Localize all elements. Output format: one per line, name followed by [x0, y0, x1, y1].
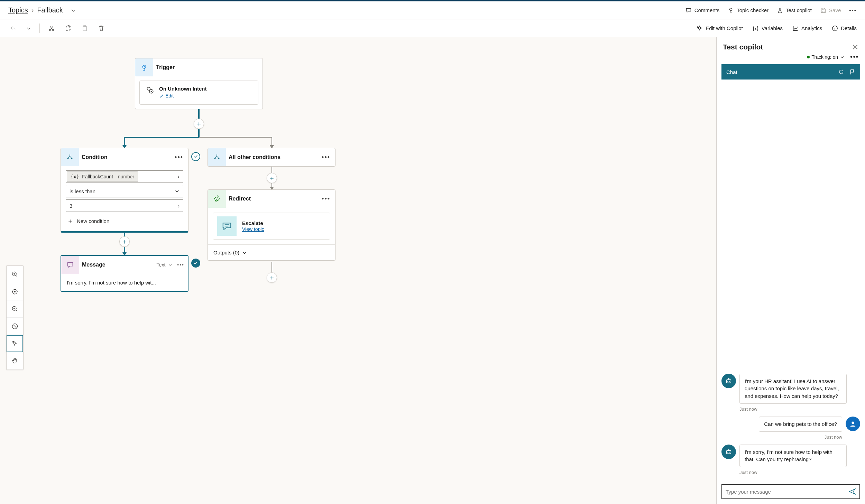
flag-button[interactable]	[849, 69, 855, 75]
message-type-label: Text	[157, 262, 166, 268]
message-node[interactable]: Message Text ••• I'm sorry, I'm not sure…	[61, 255, 188, 292]
close-panel-button[interactable]	[852, 44, 859, 50]
chevron-right-icon[interactable]: ›	[174, 174, 183, 180]
condition-overflow[interactable]: •••	[170, 154, 188, 161]
trigger-event-name: On Unknown Intent	[159, 86, 206, 92]
breadcrumb-root[interactable]: Topics	[8, 6, 28, 14]
svg-point-2	[52, 29, 54, 31]
chevron-right-icon[interactable]: ›	[178, 203, 180, 209]
topic-picker-chevron[interactable]	[69, 6, 77, 15]
save-button: Save	[820, 7, 841, 13]
topbar-actions: Comments Topic checker Test copilot Save…	[685, 7, 857, 13]
trigger-node[interactable]: Trigger On Unknown Intent Edit	[135, 58, 263, 109]
comment-icon	[685, 7, 692, 13]
svg-rect-3	[66, 26, 70, 30]
add-node-button[interactable]: ＋	[267, 272, 277, 283]
edit-with-copilot-button[interactable]: Edit with Copilot	[697, 25, 743, 31]
bot-avatar-icon	[721, 374, 736, 388]
status-dot-icon	[807, 56, 810, 58]
branch-icon	[61, 148, 79, 166]
add-node-button[interactable]: ＋	[119, 236, 130, 247]
select-tool-button[interactable]	[7, 335, 23, 352]
variables-button[interactable]: {𝑥} Variables	[753, 25, 783, 31]
tracking-toggle[interactable]: Tracking: on	[805, 53, 846, 61]
test-copilot-button[interactable]: Test copilot	[777, 7, 812, 13]
details-button[interactable]: Details	[832, 25, 857, 31]
view-topic-link[interactable]: View topic	[242, 226, 264, 232]
edit-trigger-link[interactable]: Edit	[159, 93, 174, 99]
message-type-chevron[interactable]	[168, 263, 172, 267]
svg-rect-4	[83, 26, 86, 31]
redirect-topic-name: Escalate	[242, 220, 264, 226]
svg-point-18	[729, 381, 730, 381]
restart-chat-button[interactable]	[838, 69, 844, 75]
breadcrumb: Topics › Fallback	[8, 6, 77, 15]
user-avatar-icon	[846, 417, 860, 431]
message-timestamp: Just now	[721, 435, 842, 440]
svg-point-13	[14, 291, 16, 292]
condition-operator-select[interactable]: is less than	[66, 185, 183, 197]
redirect-icon	[208, 190, 226, 208]
zoom-in-button[interactable]	[7, 266, 23, 283]
pan-tool-button[interactable]	[7, 352, 23, 370]
svg-point-21	[727, 451, 728, 452]
condition-value-input[interactable]: 3 ›	[66, 199, 183, 212]
svg-rect-20	[727, 450, 731, 454]
analytics-button[interactable]: Analytics	[792, 25, 822, 31]
all-other-conditions-node[interactable]: All other conditions •••	[208, 148, 335, 167]
condition-label: Condition	[79, 154, 170, 160]
comments-button[interactable]: Comments	[685, 7, 720, 13]
message-overflow[interactable]: •••	[177, 262, 184, 268]
bot-message: I'm sorry, I'm not sure how to help with…	[739, 445, 847, 467]
condition-variable-picker[interactable]: {x} FallbackCount number ›	[66, 170, 183, 183]
authoring-canvas[interactable]: ＋ ＋ ＋ ＋	[0, 37, 716, 504]
flask-icon	[777, 7, 783, 13]
add-node-button[interactable]: ＋	[194, 119, 204, 129]
svg-point-19	[852, 421, 854, 424]
trigger-icon	[135, 58, 153, 76]
add-node-button[interactable]: ＋	[267, 173, 277, 183]
svg-point-17	[727, 381, 728, 381]
message-label: Message	[79, 262, 157, 268]
undo-history-chevron[interactable]	[25, 25, 33, 32]
test-panel-overflow[interactable]: •••	[850, 54, 859, 61]
chat-input[interactable]	[726, 489, 848, 495]
message-icon	[61, 256, 79, 274]
fit-to-screen-button[interactable]	[7, 283, 23, 300]
variable-name: FallbackCount	[82, 174, 113, 179]
breadcrumb-current: Fallback	[37, 6, 63, 14]
topic-checker-button[interactable]: Topic checker	[728, 7, 769, 13]
condition-node[interactable]: Condition ••• {x} FallbackCount number ›…	[61, 148, 188, 233]
svg-point-0	[730, 8, 732, 10]
variable-type: number	[118, 174, 134, 179]
copy-button[interactable]	[63, 24, 73, 33]
add-condition-button[interactable]: ＋ New condition	[66, 215, 111, 226]
breadcrumb-separator: ›	[31, 6, 34, 14]
message-preview[interactable]: I'm sorry, I'm not sure how to help wit.…	[61, 274, 188, 291]
trigger-label: Trigger	[153, 64, 263, 71]
topbar-overflow[interactable]: •••	[849, 7, 857, 13]
all-other-overflow[interactable]: •••	[317, 154, 335, 161]
message-timestamp: Just now	[739, 470, 860, 475]
delete-button[interactable]	[96, 24, 106, 33]
undo-button	[8, 24, 18, 33]
chat-header: Chat	[721, 64, 860, 80]
test-panel-title: Test copilot	[723, 43, 763, 51]
branch-icon	[208, 148, 226, 166]
send-button[interactable]	[848, 488, 856, 495]
zoom-out-button[interactable]	[7, 300, 23, 318]
chat-input-container	[721, 484, 860, 499]
topic-checker-icon	[728, 7, 734, 13]
svg-point-9	[147, 87, 150, 90]
top-bar: Topics › Fallback Comments Topic checker…	[0, 0, 865, 19]
redirect-node[interactable]: Redirect ••• Escalate View topic	[208, 189, 335, 261]
redirect-overflow[interactable]: •••	[317, 195, 335, 203]
redirect-outputs-toggle[interactable]: Outputs (0)	[208, 244, 335, 260]
svg-point-22	[729, 451, 730, 452]
cut-button[interactable]	[47, 24, 56, 33]
svg-rect-16	[727, 380, 731, 383]
svg-point-8	[144, 66, 145, 67]
reset-view-button[interactable]	[7, 318, 23, 335]
sparkle-icon	[697, 25, 703, 31]
chat-transcript: I'm your HR assitant! I use AI to answer…	[717, 80, 865, 481]
